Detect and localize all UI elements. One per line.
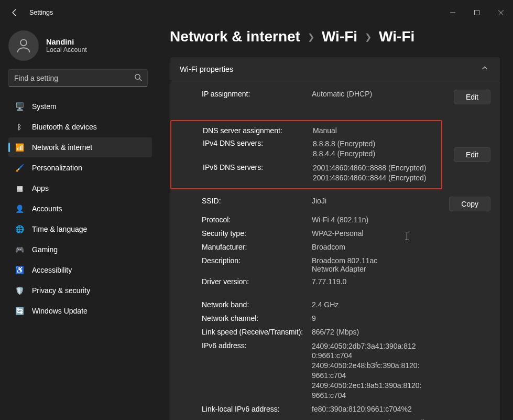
prop-label: IPv6 address: xyxy=(202,341,312,350)
breadcrumb-item[interactable]: Wi-Fi xyxy=(322,28,357,45)
sidebar-item-label: Time & language xyxy=(32,225,87,233)
window-title: Settings xyxy=(29,9,53,16)
prop-label: Security type: xyxy=(202,229,312,238)
sidebar-item[interactable]: ♿Accessibility xyxy=(8,260,152,280)
panel-title: Wi-Fi properties xyxy=(180,65,233,73)
sidebar-item-label: Bluetooth & devices xyxy=(32,123,97,131)
maximize-button[interactable] xyxy=(465,4,489,21)
sidebar-item[interactable]: ᛒBluetooth & devices xyxy=(8,117,152,137)
accessibility-icon: ♿ xyxy=(15,265,24,275)
sidebar-item[interactable]: ▦Apps xyxy=(8,178,152,198)
prop-label: IPv6 DNS servers: xyxy=(203,163,313,171)
bluetooth-icon: ᛒ xyxy=(15,122,24,132)
prop-value: 9 xyxy=(312,314,442,322)
search-input[interactable] xyxy=(14,74,134,82)
prop-value: 2001:4860:4860::8888 (Encrypted) 2001:48… xyxy=(313,163,437,183)
copy-button[interactable]: Copy xyxy=(449,197,490,211)
back-button[interactable] xyxy=(8,6,21,19)
time-lang-icon: 🌐 xyxy=(15,224,24,234)
breadcrumb: Network & internet ❯ Wi-Fi ❯ Wi-Fi xyxy=(170,28,500,45)
prop-value: 866/72 (Mbps) xyxy=(312,328,442,336)
gaming-icon: 🎮 xyxy=(15,245,24,254)
sidebar-item[interactable]: 🌐Time & language xyxy=(8,219,152,239)
prop-label: IPv4 DNS servers: xyxy=(203,139,313,147)
sidebar-item-label: Apps xyxy=(32,184,49,192)
sidebar-item[interactable]: 🔄Windows Update xyxy=(8,301,152,321)
prop-label: Description: xyxy=(202,256,312,265)
sidebar-item[interactable]: 🖥️System xyxy=(8,96,152,116)
search-box[interactable] xyxy=(8,69,148,87)
user-section[interactable]: Nandini Local Account xyxy=(8,30,152,61)
prop-value: fe80::390a:8120:9661:c704%2 xyxy=(312,405,442,413)
sidebar-item-label: Network & internet xyxy=(32,143,92,152)
edit-button[interactable]: Edit xyxy=(454,147,490,162)
sidebar-item-label: Accounts xyxy=(32,204,62,213)
prop-label: Manufacturer: xyxy=(202,243,312,251)
privacy-icon: 🛡️ xyxy=(15,286,24,295)
prop-value: 2.4 GHz xyxy=(312,300,442,309)
prop-value: Automatic (DHCP) xyxy=(312,90,442,98)
prop-value: JioJi xyxy=(312,197,442,205)
update-icon: 🔄 xyxy=(15,306,24,316)
prop-value: Manual xyxy=(313,126,437,135)
sidebar-item-label: Windows Update xyxy=(32,307,88,315)
apps-icon: ▦ xyxy=(15,184,24,193)
search-icon xyxy=(134,73,142,83)
panel-header[interactable]: Wi-Fi properties xyxy=(170,57,500,81)
prop-label: DNS server assignment: xyxy=(203,126,313,135)
sidebar-item[interactable]: 🎮Gaming xyxy=(8,240,152,260)
svg-rect-1 xyxy=(475,10,479,15)
sidebar-item-label: Personalization xyxy=(32,164,82,172)
breadcrumb-item[interactable]: Network & internet xyxy=(170,28,300,45)
sidebar-item-label: System xyxy=(32,102,57,111)
personalization-icon: 🖌️ xyxy=(15,163,24,173)
chevron-up-icon xyxy=(481,64,488,73)
prop-label: Link speed (Receive/Transmit): xyxy=(202,328,312,336)
text-cursor-icon xyxy=(407,232,407,240)
chevron-right-icon: ❯ xyxy=(365,32,372,42)
svg-point-3 xyxy=(135,74,140,79)
sidebar-item-label: Gaming xyxy=(32,245,58,254)
prop-value: 8.8.8.8 (Encrypted) 8.8.4.4 (Encrypted) xyxy=(313,139,437,159)
sidebar: Nandini Local Account 🖥️SystemᛒBluetooth… xyxy=(0,25,157,420)
chevron-right-icon: ❯ xyxy=(308,32,314,42)
prop-label: Network band: xyxy=(202,300,312,309)
prop-value: Broadcom 802.11ac Network Adapter xyxy=(312,256,411,273)
prop-value: 7.77.119.0 xyxy=(312,277,442,286)
prop-value: Wi-Fi 4 (802.11n) xyxy=(312,216,442,224)
system-icon: 🖥️ xyxy=(15,102,24,111)
prop-label: Link-local IPv6 address: xyxy=(202,405,312,413)
minimize-button[interactable] xyxy=(441,4,465,21)
sidebar-item[interactable]: 👤Accounts xyxy=(8,199,152,219)
prop-label: IP assignment: xyxy=(202,90,312,98)
edit-button[interactable]: Edit xyxy=(454,90,490,104)
accounts-icon: 👤 xyxy=(15,204,24,213)
main-content: Network & internet ❯ Wi-Fi ❯ Wi-Fi Wi-Fi… xyxy=(157,25,513,420)
sidebar-item[interactable]: 🖌️Personalization xyxy=(8,158,152,178)
breadcrumb-current: Wi-Fi xyxy=(379,28,414,45)
sidebar-item[interactable]: 🛡️Privacy & security xyxy=(8,281,152,300)
avatar xyxy=(8,30,39,61)
prop-value: 2409:4050:2db7:3a41:390a:8120:9661:c704 … xyxy=(312,341,427,401)
prop-value: Broadcom xyxy=(312,243,442,251)
svg-point-2 xyxy=(20,39,27,46)
sidebar-item-label: Privacy & security xyxy=(32,286,90,295)
prop-label: SSID: xyxy=(202,197,312,205)
svg-line-4 xyxy=(139,79,141,81)
nav-list: 🖥️SystemᛒBluetooth & devices📶Network & i… xyxy=(8,96,152,321)
user-name: Nandini xyxy=(46,38,87,46)
prop-label: Network channel: xyxy=(202,314,312,322)
close-button[interactable] xyxy=(489,4,513,21)
wifi-icon: 📶 xyxy=(15,143,24,152)
prop-label: Driver version: xyxy=(202,277,312,286)
wifi-properties-panel: Wi-Fi properties IP assignment: Automati… xyxy=(170,57,500,420)
sidebar-item-label: Accessibility xyxy=(32,266,72,274)
title-bar: Settings xyxy=(0,0,513,25)
sidebar-item[interactable]: 📶Network & internet xyxy=(8,137,152,157)
user-account-type: Local Account xyxy=(46,46,87,53)
prop-value: WPA2-Personal xyxy=(312,229,442,238)
prop-label: Protocol: xyxy=(202,216,312,224)
